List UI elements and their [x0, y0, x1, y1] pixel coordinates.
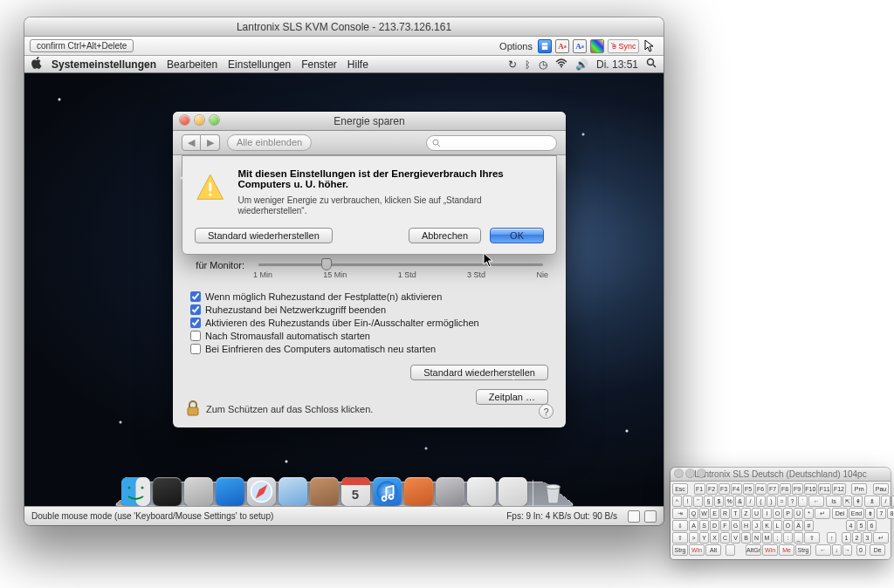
key-a[interactable]: A — [689, 520, 698, 531]
key-x[interactable]: X — [710, 532, 719, 544]
key-f12[interactable]: F12 — [832, 483, 845, 495]
key-h[interactable]: H — [741, 520, 751, 531]
key-⇧[interactable]: ⇧ — [804, 532, 820, 544]
key-7[interactable]: 7 — [877, 508, 886, 519]
desktop[interactable]: Energie sparen ◀ ▶ Alle einblenden für M… — [24, 73, 664, 506]
key-=[interactable]: = — [777, 496, 787, 507]
key-de[interactable]: De — [870, 544, 885, 556]
dock-systempreferences-icon[interactable] — [436, 477, 464, 506]
menu-fenster[interactable]: Fenster — [301, 58, 337, 71]
key-`[interactable]: ` — [798, 496, 808, 507]
key-m[interactable]: M — [762, 532, 772, 544]
dock-itunes-icon[interactable] — [373, 477, 402, 506]
slider-thumb[interactable] — [321, 258, 332, 270]
key-$[interactable]: $ — [714, 496, 724, 507]
key-↵[interactable]: ↵ — [873, 532, 889, 544]
key-:[interactable]: : — [783, 532, 793, 544]
key-;[interactable]: ; — [773, 532, 782, 544]
key-↑[interactable]: ↑ — [827, 532, 836, 544]
key-f8[interactable]: F8 — [780, 483, 791, 495]
key-n[interactable]: N — [752, 532, 761, 544]
dock-mail-icon[interactable] — [279, 477, 307, 506]
key-e[interactable]: E — [710, 508, 719, 519]
key-k[interactable]: K — [762, 520, 772, 531]
checkbox-input[interactable] — [190, 304, 201, 315]
key-v[interactable]: V — [731, 532, 740, 544]
key-←[interactable]: ← — [808, 496, 824, 507]
mac-menubar[interactable]: Systemeinstellungen Bearbeiten Einstellu… — [24, 56, 664, 73]
key-y[interactable]: Y — [699, 532, 709, 544]
key-⇥[interactable]: ⇥ — [672, 508, 688, 519]
cursor-icon[interactable] — [643, 39, 658, 53]
key-⇧[interactable]: ⇧ — [672, 532, 688, 544]
keyboard-status-icon[interactable] — [644, 510, 657, 523]
restore-defaults-button[interactable]: Standard wiederherstellen — [410, 365, 548, 380]
zoom-button[interactable] — [210, 115, 219, 125]
key-)[interactable]: ) — [767, 496, 776, 507]
key-f9[interactable]: F9 — [792, 483, 803, 495]
key-§[interactable]: § — [704, 496, 713, 507]
key-z[interactable]: Z — [741, 508, 751, 519]
menubar-clock[interactable]: Di. 13:51 — [596, 58, 638, 71]
kb-close-button[interactable] — [675, 469, 683, 477]
key-f11[interactable]: F11 — [818, 483, 831, 495]
key-&[interactable]: & — [735, 496, 745, 507]
dock-textedit-icon[interactable] — [467, 477, 496, 506]
checkbox-input[interactable] — [190, 344, 201, 354]
dock-appstore-icon[interactable] — [216, 477, 244, 506]
bluetooth-icon[interactable]: ᛒ — [525, 59, 531, 70]
key-f10[interactable]: F10 — [804, 483, 817, 495]
wifi-icon[interactable] — [555, 58, 567, 71]
dock-finder-icon[interactable] — [121, 477, 150, 506]
key-strg[interactable]: Strg — [672, 544, 688, 556]
sheet-cancel-button[interactable]: Abbrechen — [409, 228, 481, 243]
key-↵[interactable]: ↵ — [815, 508, 830, 519]
key-pau[interactable]: Pau — [873, 483, 889, 495]
key-f4[interactable]: F4 — [731, 483, 742, 495]
key-s[interactable]: S — [699, 520, 709, 531]
energy-checkbox-0[interactable]: Wenn möglich Ruhezustand der Festplatte(… — [190, 291, 548, 302]
key-f7[interactable]: F7 — [767, 483, 779, 495]
menu-hilfe[interactable]: Hilfe — [347, 58, 368, 71]
app-menu[interactable]: Systemeinstellungen — [52, 58, 156, 71]
key-is[interactable]: Is — [826, 496, 842, 507]
close-button[interactable] — [180, 115, 189, 125]
key-*[interactable]: * — [804, 508, 814, 519]
sync-button[interactable]: 🖱Sync — [608, 39, 639, 53]
energy-checkbox-3[interactable]: Nach Stromausfall automatisch starten — [190, 331, 548, 341]
menu-einstellungen[interactable]: Einstellungen — [228, 58, 291, 71]
key-8[interactable]: 8 — [887, 508, 894, 519]
key-g[interactable]: G — [731, 520, 740, 531]
energy-checkbox-4[interactable]: Bei Einfrieren des Computers automatisch… — [190, 344, 548, 354]
key-/[interactable]: / — [746, 496, 755, 507]
key-esc[interactable]: Esc — [672, 483, 688, 495]
key-d[interactable]: D — [710, 520, 719, 531]
dock-preview-icon[interactable] — [499, 477, 527, 506]
sync-menubar-icon[interactable]: ↻ — [508, 58, 517, 71]
kvm-titlebar[interactable]: Lantronix SLS KVM Console - 213.73.126.1… — [24, 17, 664, 37]
kb-zoom-button[interactable] — [698, 469, 705, 477]
volume-icon[interactable]: 🔊 — [575, 58, 588, 71]
key-f5[interactable]: F5 — [743, 483, 754, 495]
dock-photobooth-icon[interactable] — [404, 477, 433, 506]
timemachine-icon[interactable]: ◷ — [539, 58, 547, 71]
key-alt[interactable]: Alt — [705, 544, 721, 556]
key-⇱[interactable]: ⇱ — [842, 496, 852, 507]
show-all-button[interactable]: Alle einblenden — [227, 134, 312, 151]
spotlight-icon[interactable] — [646, 58, 657, 71]
key-ü[interactable]: Ü — [794, 508, 803, 519]
key-^[interactable]: ^ — [672, 496, 682, 507]
key-/[interactable]: / — [881, 496, 891, 507]
key-f6[interactable]: F6 — [755, 483, 767, 495]
key-%[interactable]: % — [725, 496, 734, 507]
key-j[interactable]: J — [752, 520, 761, 531]
key-([interactable]: ( — [756, 496, 766, 507]
key-win[interactable]: Win — [689, 544, 705, 556]
key-t[interactable]: T — [731, 508, 740, 519]
key-ö[interactable]: Ö — [783, 520, 793, 531]
key-2[interactable]: 2 — [852, 532, 862, 544]
key-altgr[interactable]: AltGr — [746, 544, 761, 556]
checkbox-input[interactable] — [190, 318, 201, 328]
key-o[interactable]: O — [773, 508, 782, 519]
energy-checkbox-2[interactable]: Aktivieren des Ruhezustands über Ein-/Au… — [190, 318, 548, 328]
